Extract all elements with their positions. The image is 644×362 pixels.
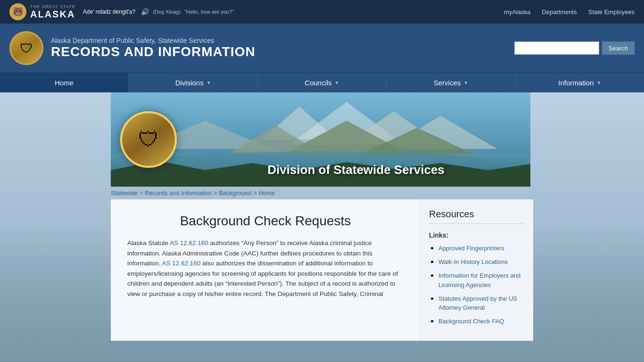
page-title: Background Check Requests xyxy=(127,214,404,229)
hero-badge-icon: 🛡 xyxy=(120,111,177,168)
list-item: Background Check FAQ xyxy=(438,317,525,326)
nav-item-divisions[interactable]: Divisions ▼ xyxy=(129,73,257,92)
nav-information-label: Information xyxy=(558,79,594,87)
top-bar: 🐻 THE GREAT STATE ALASKA Ade' ndadz deng… xyxy=(0,0,644,24)
nav-divisions-label: Divisions xyxy=(175,79,204,87)
state-employees-link[interactable]: State Employees xyxy=(588,8,635,16)
nav-divisions-arrow: ▼ xyxy=(206,80,211,85)
department-badge: 🛡 xyxy=(9,31,43,65)
breadcrumb-home: Home xyxy=(258,189,275,197)
sidebar: Resources Links: Approved Fingerprinters… xyxy=(420,199,533,341)
hero-division-text: Division of Statewide Services xyxy=(182,163,530,177)
nav-services-arrow: ▼ xyxy=(463,80,468,85)
sidebar-links-label: Links: xyxy=(429,231,525,239)
main-nav: Home Divisions ▼ Councils ▼ Services ▼ I… xyxy=(0,73,644,92)
statute-link-1[interactable]: AS 12.62.160 xyxy=(170,239,208,247)
header-subtitle: Alaska Department of Public Safety, Stat… xyxy=(51,37,256,44)
departments-link[interactable]: Departments xyxy=(542,8,577,16)
alaska-name-label: ALASKA xyxy=(30,9,75,20)
list-item: Walk-In History Locations xyxy=(438,257,525,266)
page-header: 🛡 Alaska Department of Public Safety, St… xyxy=(0,24,644,73)
nav-item-services[interactable]: Services ▼ xyxy=(387,73,515,92)
hero-badge-overlay: 🛡 xyxy=(116,97,182,182)
header-left: 🛡 Alaska Department of Public Safety, St… xyxy=(9,31,256,65)
nav-item-home[interactable]: Home xyxy=(0,73,129,92)
native-phrase: Ade' ndadz dengit'a? xyxy=(83,8,135,15)
breadcrumb-records[interactable]: Records and Information xyxy=(145,189,212,197)
nav-councils-label: Councils xyxy=(305,79,332,87)
sidebar-link-employers[interactable]: Information for Employers and Licensing … xyxy=(438,272,520,288)
main-paragraph: Alaska Statute AS 12.62.160 authorizes “… xyxy=(127,238,404,299)
breadcrumb-sep2: > xyxy=(214,189,219,197)
nav-item-councils[interactable]: Councils ▼ xyxy=(258,73,387,92)
sidebar-link-statutes[interactable]: Statutes Approved by the US Attorney Gen… xyxy=(438,295,517,311)
main-content: Background Check Requests Alaska Statute… xyxy=(111,199,420,341)
breadcrumb-sep3: > xyxy=(253,189,258,197)
top-bar-right: myAlaska Departments State Employees xyxy=(504,8,635,16)
nav-services-label: Services xyxy=(434,79,461,87)
my-alaska-link[interactable]: myAlaska xyxy=(504,8,530,16)
native-language: (Deg Xinag) xyxy=(153,9,181,15)
hero-banner-container: 🛡 Division of Statewide Services xyxy=(111,92,533,187)
sidebar-link-fingerprinters[interactable]: Approved Fingerprinters xyxy=(438,245,504,252)
sidebar-link-faq[interactable]: Background Check FAQ xyxy=(438,318,504,325)
alaska-text-block: THE GREAT STATE ALASKA xyxy=(30,4,75,20)
top-bar-left: 🐻 THE GREAT STATE ALASKA Ade' ndadz deng… xyxy=(9,3,234,20)
statute-link-2[interactable]: AS 12.62.160 xyxy=(162,260,201,267)
search-button[interactable]: Search xyxy=(602,41,635,55)
breadcrumb-statewide[interactable]: Statewide xyxy=(111,189,138,197)
hero-banner: 🛡 Division of Statewide Services xyxy=(111,92,530,187)
hero-text-overlay: Division of Statewide Services xyxy=(182,163,530,177)
sidebar-links: Links: Approved Fingerprinters Walk-In H… xyxy=(429,231,525,326)
sound-icon: 🔊 xyxy=(141,8,149,16)
native-translation: "Hello, how are you?" xyxy=(184,9,234,15)
content-wrapper: Background Check Requests Alaska Statute… xyxy=(111,199,533,341)
sidebar-title: Resources xyxy=(429,209,525,224)
breadcrumb-sep1: > xyxy=(140,189,145,197)
search-area: Search xyxy=(514,41,635,55)
search-input[interactable] xyxy=(514,41,599,55)
breadcrumb: Statewide > Records and Information > Ba… xyxy=(111,187,533,199)
nav-item-information[interactable]: Information ▼ xyxy=(516,73,644,92)
nav-councils-arrow: ▼ xyxy=(335,80,339,85)
alaska-logo: 🐻 THE GREAT STATE ALASKA Ade' ndadz deng… xyxy=(9,3,234,20)
list-item: Information for Employers and Licensing … xyxy=(438,271,525,289)
header-main-title: RECORDS AND INFORMATION xyxy=(51,44,256,59)
nav-home-label: Home xyxy=(55,79,74,87)
alaska-bear-icon: 🐻 xyxy=(9,3,26,20)
great-state-label: THE GREAT STATE xyxy=(30,4,75,9)
sidebar-links-list: Approved Fingerprinters Walk-In History … xyxy=(429,244,525,326)
sidebar-link-walkin[interactable]: Walk-In History Locations xyxy=(438,258,508,265)
nav-information-arrow: ▼ xyxy=(596,80,601,85)
header-title: Alaska Department of Public Safety, Stat… xyxy=(51,37,256,59)
list-item: Approved Fingerprinters xyxy=(438,244,525,253)
list-item: Statutes Approved by the US Attorney Gen… xyxy=(438,294,525,312)
breadcrumb-background[interactable]: Background xyxy=(219,189,251,197)
